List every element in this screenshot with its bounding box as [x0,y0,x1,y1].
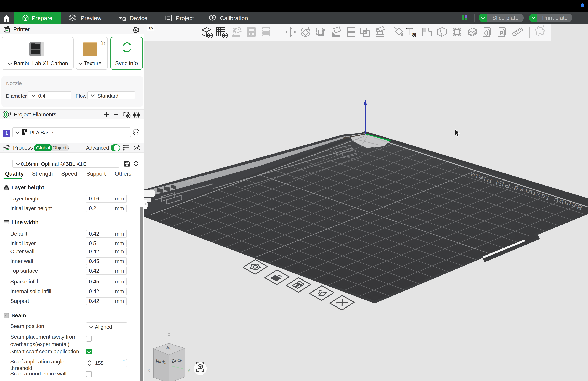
svg-text:Top: Top [165,346,172,351]
svg-text:x: x [147,367,150,373]
svg-text:a: a [412,30,416,38]
svg-text:T: T [406,26,412,37]
svg-text:AUTO: AUTO [233,28,239,30]
svg-text:z: z [168,331,170,337]
svg-text:y: y [188,367,190,372]
